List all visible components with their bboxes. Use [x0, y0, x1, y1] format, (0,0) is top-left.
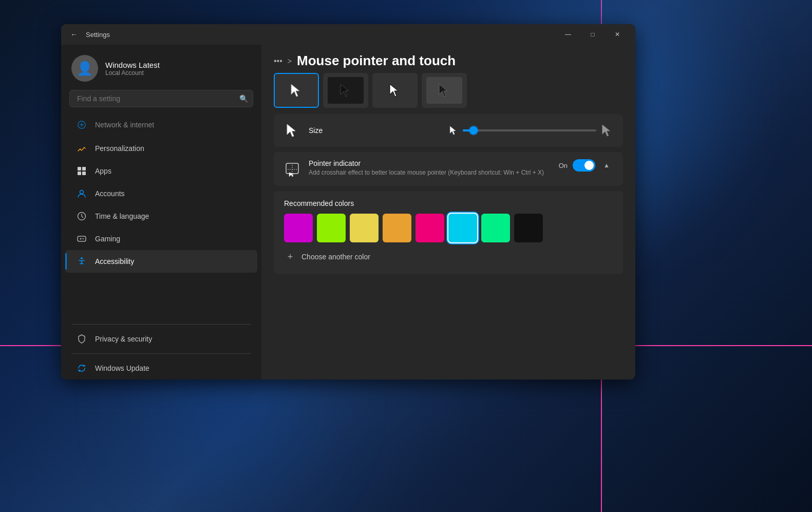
color-swatches [284, 214, 613, 242]
avatar-icon: 👤 [77, 61, 93, 77]
back-button[interactable]: ← [67, 28, 81, 41]
svg-marker-13 [450, 126, 456, 135]
toggle-knob [584, 161, 594, 170]
pointer-style-black[interactable] [323, 73, 368, 108]
size-slider-container [449, 124, 613, 137]
sidebar-item-update[interactable]: Windows Update [65, 357, 257, 380]
color-swatch-pink[interactable] [416, 214, 444, 242]
avatar[interactable]: 👤 [71, 55, 98, 82]
sidebar-item-accessibility-label: Accessibility [95, 257, 134, 266]
sidebar-item-network[interactable]: Network & internet [65, 113, 257, 136]
user-section: 👤 Windows Latest Local Account [61, 45, 261, 90]
pointer-styles-row [274, 73, 623, 108]
pointer-style-inverted[interactable] [372, 73, 418, 108]
svg-rect-1 [82, 167, 86, 170]
title-bar: ← Settings — □ ✕ [61, 24, 635, 45]
color-swatch-black[interactable] [514, 214, 543, 242]
sidebar-item-personalization[interactable]: Personalization [65, 137, 257, 160]
user-name: Windows Latest [105, 61, 251, 69]
apps-icon [75, 165, 88, 177]
color-swatch-orange[interactable] [383, 214, 411, 242]
sidebar-item-accessibility[interactable]: Accessibility [65, 250, 257, 273]
network-icon [75, 119, 88, 131]
svg-rect-3 [82, 172, 86, 175]
size-label: Size [309, 126, 441, 135]
user-account-type: Local Account [105, 69, 251, 77]
page-header: ••• > Mouse pointer and touch [261, 45, 635, 73]
pointer-indicator-description: Add crosshair effect to better locate mo… [309, 168, 551, 177]
sidebar-item-time-label: Time & language [95, 212, 149, 220]
color-swatch-cyan[interactable] [448, 214, 477, 242]
color-swatch-green[interactable] [481, 214, 510, 242]
pointer-indicator-icon [284, 161, 300, 178]
svg-rect-2 [78, 172, 81, 175]
pointer-style-custom[interactable] [422, 73, 467, 108]
pointer-indicator-row: Pointer indicator Add crosshair effect t… [274, 152, 623, 186]
recommended-colors-title: Recommended colors [284, 199, 613, 207]
privacy-icon [75, 333, 88, 345]
color-swatch-purple[interactable] [284, 214, 313, 242]
pointer-indicator-expand[interactable]: ▲ [600, 159, 613, 172]
sidebar-item-apps[interactable]: Apps [65, 160, 257, 182]
time-icon [75, 210, 88, 222]
choose-color-label: Choose another color [301, 253, 370, 261]
svg-marker-12 [287, 124, 295, 137]
search-input[interactable] [69, 90, 253, 107]
maximize-button[interactable]: □ [581, 26, 605, 43]
size-slider[interactable] [463, 129, 596, 131]
sidebar-item-network-label: Network & internet [95, 121, 154, 129]
svg-rect-6 [78, 236, 86, 241]
svg-marker-8 [291, 84, 299, 97]
color-swatch-lime[interactable] [317, 214, 346, 242]
sidebar-item-gaming-label: Gaming [95, 235, 120, 243]
user-info: Windows Latest Local Account [105, 61, 251, 77]
svg-point-4 [80, 191, 84, 194]
settings-window: ← Settings — □ ✕ 👤 Windows Latest Local … [61, 24, 635, 380]
accounts-icon [75, 187, 88, 200]
svg-point-7 [81, 257, 83, 259]
cursor-size-icon [284, 122, 300, 139]
pointer-indicator-status: On [559, 162, 568, 169]
pointer-style-white[interactable] [274, 73, 319, 108]
close-button[interactable]: ✕ [606, 26, 629, 43]
window-controls: — □ ✕ [556, 26, 629, 43]
svg-rect-0 [78, 167, 81, 170]
accessibility-icon [75, 255, 88, 268]
svg-marker-11 [439, 84, 447, 97]
sidebar-item-personalization-label: Personalization [95, 144, 144, 153]
pointer-indicator-controls: On ▲ [559, 159, 613, 172]
search-box: 🔍 [69, 90, 253, 107]
update-icon [75, 362, 88, 374]
pointer-indicator-title: Pointer indicator [309, 159, 551, 167]
pointer-indicator-section: Pointer indicator Add crosshair effect t… [274, 152, 623, 186]
sidebar-item-update-label: Windows Update [95, 364, 149, 372]
recommended-colors-section: Recommended colors + Choose another col [274, 191, 623, 274]
sidebar-item-apps-label: Apps [95, 167, 111, 175]
svg-marker-9 [341, 84, 349, 97]
sidebar-item-accounts-label: Accounts [95, 189, 125, 198]
window-title-label: Settings [86, 31, 110, 39]
size-slider-thumb[interactable] [469, 126, 478, 135]
svg-marker-14 [602, 125, 610, 136]
main-content: ••• > Mouse pointer and touch [261, 45, 635, 380]
search-icon[interactable]: 🔍 [239, 94, 248, 103]
svg-marker-10 [390, 84, 398, 97]
personalization-icon [75, 142, 88, 155]
gaming-icon [75, 233, 88, 245]
pointer-indicator-toggle[interactable] [573, 159, 595, 172]
sidebar-item-accounts[interactable]: Accounts [65, 182, 257, 205]
color-swatch-yellow[interactable] [350, 214, 379, 242]
plus-icon: + [284, 251, 296, 263]
breadcrumb-dots[interactable]: ••• [274, 56, 282, 66]
sidebar-item-time[interactable]: Time & language [65, 205, 257, 227]
minimize-button[interactable]: — [556, 26, 580, 43]
sidebar-item-gaming[interactable]: Gaming [65, 227, 257, 250]
choose-color-button[interactable]: + Choose another color [284, 248, 613, 266]
size-row: Size [274, 114, 623, 147]
svg-marker-18 [289, 173, 294, 177]
sidebar-item-privacy[interactable]: Privacy & security [65, 328, 257, 350]
sidebar: 👤 Windows Latest Local Account 🔍 Network… [61, 45, 261, 380]
page-title: Mouse pointer and touch [297, 53, 456, 69]
content-area: Size [261, 73, 635, 380]
pointer-indicator-text: Pointer indicator Add crosshair effect t… [309, 159, 551, 177]
